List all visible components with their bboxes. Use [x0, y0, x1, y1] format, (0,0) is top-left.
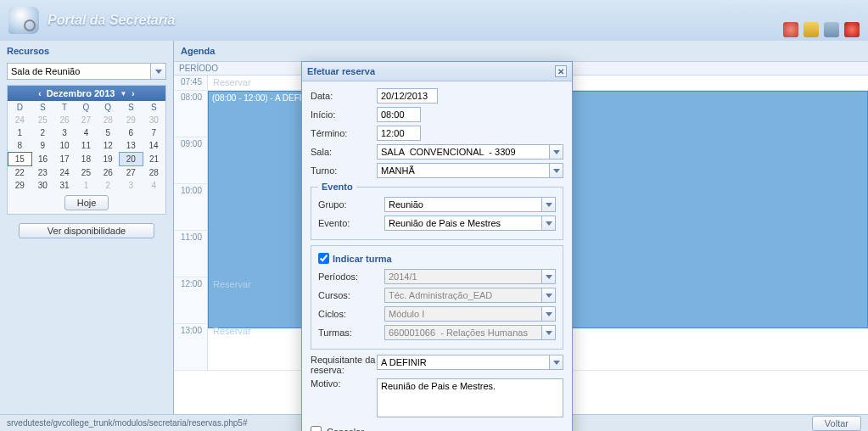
calendar-day[interactable]: 26 — [53, 114, 75, 126]
end-time-input[interactable] — [377, 126, 421, 141]
calendar-day[interactable]: 2 — [31, 126, 53, 139]
calendar-day[interactable]: 11 — [76, 139, 97, 153]
calendar-day[interactable]: 21 — [143, 153, 165, 166]
requester-combo-input[interactable] — [377, 355, 550, 370]
calendar-day[interactable]: 28 — [97, 114, 119, 126]
calendar-day[interactable]: 19 — [97, 153, 119, 166]
requester-combo[interactable] — [377, 355, 563, 370]
calendar-day[interactable]: 27 — [119, 166, 143, 180]
calendar-month-label[interactable]: Dezembro 2013 — [47, 88, 115, 98]
chevron-down-icon[interactable] — [542, 197, 556, 212]
calendar-day[interactable]: 1 — [8, 126, 32, 139]
calendar-day[interactable]: 26 — [97, 166, 119, 180]
power-icon[interactable] — [844, 22, 860, 37]
calendar-next-icon[interactable]: › — [132, 89, 134, 98]
calendar-day[interactable]: 5 — [97, 126, 119, 139]
calendar-day[interactable]: 22 — [8, 166, 32, 180]
calendar-prev-icon[interactable]: ‹ — [38, 89, 41, 98]
label-termino: Término: — [311, 128, 377, 138]
availability-button[interactable]: Ver disponibilidade — [19, 223, 154, 238]
calendar-today-button[interactable]: Hoje — [64, 195, 109, 210]
chevron-down-icon[interactable] — [550, 355, 563, 370]
calendar-day[interactable]: 25 — [76, 166, 97, 180]
cancel-checkbox[interactable] — [311, 426, 322, 431]
close-icon[interactable]: ✕ — [555, 65, 567, 77]
label-grupo: Grupo: — [318, 199, 384, 210]
calendar-day[interactable]: 31 — [53, 179, 75, 192]
classes-combo-input[interactable] — [384, 325, 542, 340]
calendar-day[interactable]: 10 — [53, 139, 75, 153]
chevron-down-icon[interactable] — [542, 216, 556, 231]
calendar-day[interactable]: 13 — [119, 139, 143, 153]
calendar-day[interactable]: 3 — [53, 126, 75, 139]
group-combo-input[interactable] — [384, 197, 542, 212]
event-combo-input[interactable] — [384, 216, 542, 231]
courses-combo-input[interactable] — [384, 288, 542, 303]
chevron-down-icon[interactable] — [542, 325, 556, 340]
courses-combo[interactable] — [384, 288, 556, 303]
calendar-day[interactable]: 28 — [143, 166, 165, 180]
status-text: srveduteste/gvcollege_trunk/modulos/secr… — [7, 418, 248, 428]
printer-icon[interactable] — [824, 22, 839, 37]
calendar-day[interactable]: 24 — [53, 166, 75, 180]
event-combo[interactable] — [384, 216, 556, 231]
calendar-day[interactable]: 24 — [8, 114, 32, 126]
label-turmas: Turmas: — [318, 327, 384, 338]
chevron-down-icon[interactable] — [542, 306, 556, 322]
periods-combo-input[interactable] — [384, 269, 542, 284]
calendar-day[interactable]: 18 — [76, 153, 97, 166]
calendar-dow: Q — [76, 101, 97, 114]
calendar-day[interactable]: 9 — [31, 139, 53, 153]
chevron-down-icon[interactable] — [550, 163, 563, 178]
cycles-combo[interactable] — [384, 306, 556, 322]
shift-combo-input[interactable] — [377, 163, 550, 178]
calendar-day[interactable]: 15 — [8, 153, 32, 166]
agenda-time-label: 09:00 — [174, 137, 208, 183]
calendar-day[interactable]: 12 — [97, 139, 119, 153]
calendar-day[interactable]: 3 — [119, 179, 143, 192]
key-icon[interactable] — [804, 22, 819, 37]
calendar-day[interactable]: 30 — [143, 114, 165, 126]
cycles-combo-input[interactable] — [384, 306, 542, 322]
room-combo[interactable] — [377, 144, 563, 160]
calendar-day[interactable]: 7 — [143, 126, 165, 139]
calendar-day[interactable]: 27 — [76, 114, 97, 126]
calendar-day[interactable]: 1 — [76, 179, 97, 192]
calendar-day[interactable]: 8 — [8, 139, 32, 153]
indicate-class-checkbox[interactable] — [318, 253, 329, 264]
calendar-day[interactable]: 29 — [119, 114, 143, 126]
date-input[interactable] — [377, 88, 438, 104]
calendar-day[interactable]: 4 — [76, 126, 97, 139]
chevron-down-icon[interactable]: ▼ — [120, 90, 126, 98]
room-combo-input[interactable] — [377, 144, 550, 160]
calendar-day[interactable]: 23 — [31, 166, 53, 180]
calendar-day[interactable]: 30 — [31, 179, 53, 192]
classes-combo[interactable] — [384, 325, 556, 340]
calendar-day[interactable]: 6 — [119, 126, 143, 139]
indicate-class-label: Indicar turma — [333, 254, 392, 264]
calendar-day[interactable]: 4 — [143, 179, 165, 192]
chevron-down-icon[interactable] — [542, 269, 556, 284]
periods-combo[interactable] — [384, 269, 556, 284]
room-select[interactable] — [7, 63, 166, 80]
back-button[interactable]: Voltar — [812, 416, 861, 431]
dialog-titlebar[interactable]: Efetuar reserva ✕ — [302, 62, 572, 81]
group-combo[interactable] — [384, 197, 556, 212]
event-legend: Evento — [318, 182, 356, 192]
chevron-down-icon[interactable] — [550, 144, 563, 160]
reason-textarea[interactable] — [377, 378, 563, 417]
calendar-day[interactable]: 25 — [31, 114, 53, 126]
room-dropdown-button[interactable] — [151, 63, 166, 80]
calendar-day[interactable]: 20 — [119, 153, 143, 166]
calendar-day[interactable]: 29 — [8, 179, 32, 192]
calendar-day[interactable]: 17 — [53, 153, 75, 166]
dialog-title: Efetuar reserva — [307, 66, 375, 76]
calendar-day[interactable]: 2 — [97, 179, 119, 192]
calendar-day[interactable]: 16 — [31, 153, 53, 166]
shift-combo[interactable] — [377, 163, 563, 178]
room-input[interactable] — [7, 63, 151, 80]
globe-icon[interactable] — [783, 22, 798, 37]
calendar-day[interactable]: 14 — [143, 139, 165, 153]
chevron-down-icon[interactable] — [542, 288, 556, 303]
start-time-input[interactable] — [377, 107, 421, 122]
